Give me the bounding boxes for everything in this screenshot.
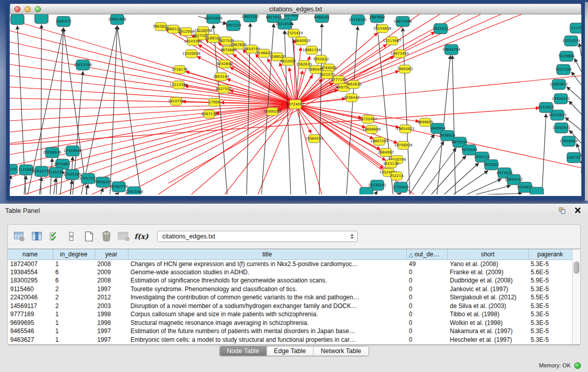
- network-node[interactable]: 116753: [567, 152, 581, 163]
- table-mode-button[interactable]: [12, 229, 27, 244]
- column-header-pagerank[interactable]: pagerank: [528, 249, 572, 259]
- table-row[interactable]: 911546021997Tourette syndrome. Phenomeno…: [8, 285, 572, 294]
- network-node[interactable]: 12213967: [383, 37, 401, 45]
- close-window-button[interactable]: [14, 6, 20, 12]
- network-node[interactable]: 20153346: [74, 60, 92, 70]
- network-node[interactable]: 2803144: [213, 73, 229, 81]
- network-node[interactable]: 12325419: [285, 29, 303, 37]
- table-scrollbar[interactable]: [572, 249, 580, 344]
- network-node[interactable]: 2718176: [171, 65, 188, 74]
- row-height-button[interactable]: [64, 229, 79, 244]
- table-row[interactable]: 2242004622012Investigating the contribut…: [8, 293, 572, 302]
- minimize-window-button[interactable]: [25, 6, 31, 12]
- network-node[interactable]: 10688609: [362, 125, 381, 134]
- network-node[interactable]: 19218506: [275, 19, 294, 29]
- network-node[interactable]: 9242848: [216, 60, 232, 68]
- table-row[interactable]: 1456911722003Disruption of a novel membe…: [8, 302, 572, 311]
- network-node[interactable]: 19756928: [394, 141, 412, 149]
- column-header-short[interactable]: short: [447, 249, 528, 259]
- table-row[interactable]: 1830029562008Estimation of significance …: [8, 276, 572, 285]
- network-node[interactable]: 7632621: [483, 160, 499, 170]
- table-row[interactable]: 946362711997Embryonic stem cells: a mode…: [8, 336, 572, 344]
- network-node[interactable]: 10719195: [349, 15, 367, 25]
- network-node[interactable]: 16033809: [204, 14, 223, 24]
- network-node[interactable]: 9777169: [331, 76, 346, 84]
- network-node[interactable]: 9329966: [558, 51, 575, 61]
- network-node[interactable]: [360, 187, 373, 194]
- apply-selected-button[interactable]: [47, 229, 62, 244]
- network-node[interactable]: 17016504: [559, 136, 578, 146]
- network-node[interactable]: [11, 14, 24, 25]
- network-node[interactable]: 11175: [570, 23, 581, 33]
- network-node[interactable]: 10653287: [241, 14, 259, 22]
- window-titlebar[interactable]: citations_edges.txt: [10, 4, 581, 14]
- network-node[interactable]: 7857224: [225, 20, 242, 31]
- function-builder-button[interactable]: f(x): [134, 229, 149, 244]
- column-header-name[interactable]: name: [8, 249, 53, 259]
- table-row[interactable]: 977716911998Corpus callosum shape and si…: [8, 310, 572, 319]
- network-node[interactable]: 12093832: [550, 79, 568, 90]
- network-node[interactable]: 6466161: [314, 14, 330, 23]
- float-panel-icon[interactable]: [558, 207, 567, 214]
- network-node[interactable]: 12444151: [552, 94, 570, 104]
- network-node[interactable]: 8267130: [201, 110, 217, 118]
- table-row[interactable]: 1872400712008Changes of HCN gene express…: [8, 259, 572, 268]
- network-node[interactable]: 7955812: [313, 55, 329, 63]
- network-node[interactable]: 17006: [209, 98, 221, 106]
- table-row[interactable]: 1938455462009Genome-wide association stu…: [8, 268, 572, 277]
- delete-column-button[interactable]: [99, 229, 114, 244]
- network-node[interactable]: 20206526: [43, 147, 61, 158]
- network-node[interactable]: 16154838: [373, 25, 391, 33]
- network-node[interactable]: 14671388: [394, 16, 412, 27]
- network-canvas[interactable]: 7963822886012889129542322605898275051054…: [10, 14, 581, 196]
- network-node[interactable]: 2436447: [343, 94, 359, 102]
- network-node[interactable]: 1115682: [18, 165, 34, 175]
- network-node[interactable]: 7485063: [397, 65, 412, 73]
- close-panel-icon[interactable]: [574, 207, 582, 214]
- network-node[interactable]: 9474444: [461, 145, 477, 155]
- network-node[interactable]: 12923468: [125, 187, 143, 194]
- network-node[interactable]: 19654923: [396, 125, 415, 133]
- network-node[interactable]: 16640910: [292, 37, 311, 45]
- network-node[interactable]: [530, 187, 543, 194]
- network-node[interactable]: 16648784: [442, 45, 461, 55]
- network-view[interactable]: 7963822886012889129542322605898275051054…: [10, 14, 581, 194]
- network-node[interactable]: 9875685: [220, 46, 236, 54]
- network-node[interactable]: 9227349: [555, 64, 571, 75]
- zoom-window-button[interactable]: [35, 6, 41, 12]
- scrollbar-thumb[interactable]: [574, 261, 579, 274]
- network-node[interactable]: 1810755: [168, 97, 184, 105]
- network-node[interactable]: 1405572: [55, 16, 71, 27]
- create-column-button[interactable]: [81, 229, 97, 244]
- column-header-year[interactable]: year: [95, 249, 128, 259]
- network-node[interactable]: 752214: [390, 172, 404, 180]
- tab-node-table[interactable]: Node Table: [220, 346, 266, 356]
- network-node[interactable]: 12042737: [32, 166, 51, 177]
- network-node[interactable]: 1733426: [393, 182, 409, 192]
- table-row[interactable]: 969969511998Structural magnetic resonanc…: [8, 319, 572, 327]
- network-node[interactable]: 2684067: [378, 148, 394, 157]
- network-node[interactable]: 8427552: [215, 85, 231, 93]
- network-node[interactable]: 7615532: [432, 24, 448, 34]
- column-header-out_de[interactable]: △ out_de…: [406, 249, 447, 259]
- network-node[interactable]: 7462610: [345, 80, 361, 89]
- network-node[interactable]: 39159: [10, 164, 17, 174]
- network-node[interactable]: 8912954: [178, 28, 194, 36]
- table-row[interactable]: 946554611997Estimation of the future num…: [8, 327, 572, 336]
- show-columns-button[interactable]: [29, 229, 45, 244]
- network-node[interactable]: 16961758: [302, 46, 321, 54]
- table-selector-dropdown[interactable]: citations_edges.txt: [157, 231, 358, 242]
- column-header-in_degree[interactable]: in_degree: [53, 249, 95, 259]
- network-node[interactable]: 20891406: [108, 14, 126, 25]
- network-node[interactable]: 22420046: [182, 50, 201, 58]
- tab-network-table[interactable]: Network Table: [313, 346, 368, 356]
- network-node[interactable]: 2887682: [369, 14, 385, 23]
- network-node[interactable]: 1615132: [383, 160, 399, 168]
- network-node[interactable]: 15751074: [562, 36, 580, 46]
- network-node[interactable]: 17359928: [63, 146, 82, 156]
- tab-edge-table[interactable]: Edge Table: [266, 346, 313, 356]
- network-node[interactable]: 8215953: [538, 102, 554, 113]
- column-header-title[interactable]: title: [128, 249, 406, 259]
- network-node[interactable]: 6822057: [280, 57, 296, 65]
- network-node[interactable]: [35, 14, 48, 24]
